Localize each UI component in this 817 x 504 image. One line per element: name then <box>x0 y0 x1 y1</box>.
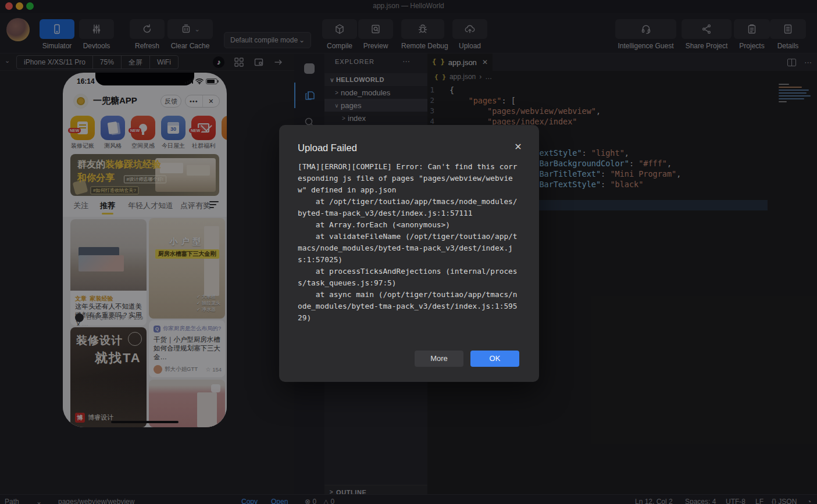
close-dialog-icon[interactable]: ✕ <box>512 141 524 153</box>
dialog-title: Upload Failed <box>298 142 357 153</box>
more-button[interactable]: More <box>415 351 463 367</box>
error-message: [TMA][ERROR][COMPILE] Error: Can't find … <box>298 161 522 324</box>
ide-window: app.json — HelloWorld Simulator Devtools… <box>0 0 817 504</box>
ok-button[interactable]: OK <box>470 351 519 367</box>
upload-failed-dialog: Upload Failed ✕ [TMA][ERROR][COMPILE] Er… <box>279 125 539 382</box>
